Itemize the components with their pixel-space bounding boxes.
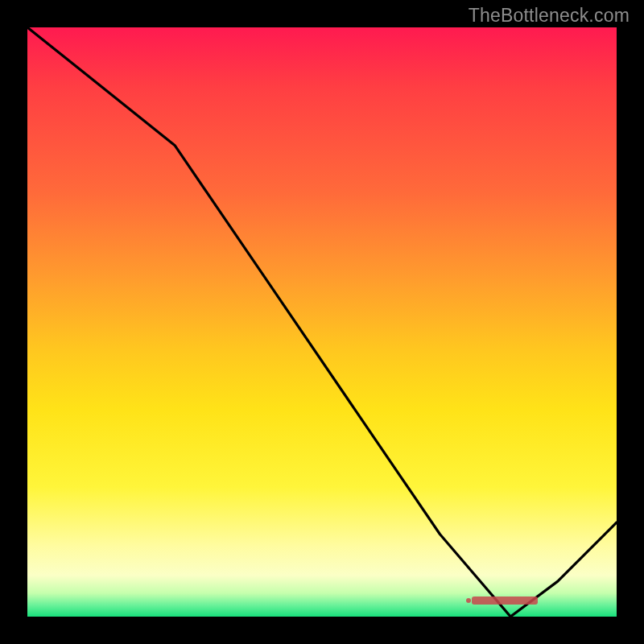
chart-plot-area: [27, 27, 617, 617]
chart-annotation-marker: [472, 597, 538, 605]
chart-frame: TheBottleneck.com: [0, 0, 644, 644]
attribution-watermark: TheBottleneck.com: [469, 5, 630, 27]
